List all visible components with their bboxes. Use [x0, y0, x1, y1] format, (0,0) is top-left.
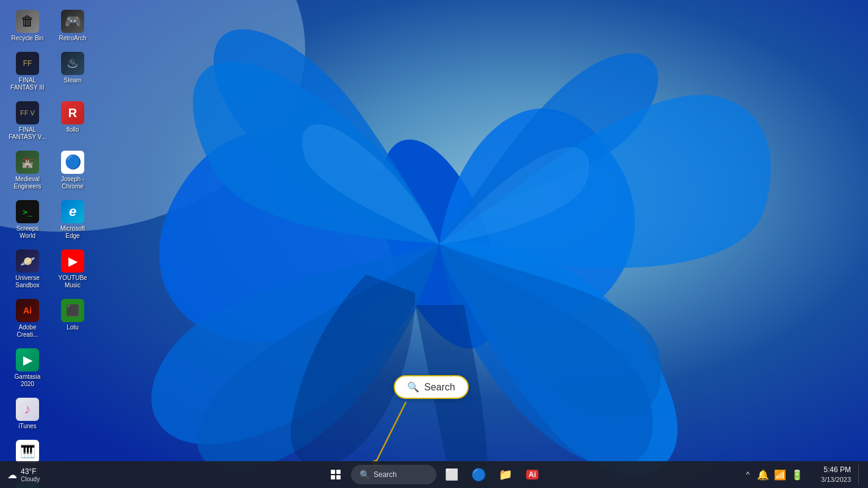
- taskbar: ☁ 43°F Cloudy 🔍 Search: [0, 461, 868, 488]
- gamtasia-label: Gamtasia 2020: [9, 373, 46, 388]
- desktop-icon-medieval-engineers[interactable]: 🏰 Medieval Engineers: [6, 147, 49, 194]
- desktop-icon-joseph-chrome[interactable]: 🔵 Joseph - Chrome: [51, 147, 94, 194]
- adobe-icon: Ai: [16, 299, 39, 322]
- system-clock[interactable]: 5:46 PM 3/13/2023: [808, 465, 851, 484]
- ms-edge-icon: e: [61, 200, 84, 223]
- desktop-icon-youtube-music[interactable]: ▶ YOUTUBe Music: [51, 246, 94, 293]
- clock-time: 5:46 PM: [808, 465, 851, 475]
- youtube-music-label: YOUTUBe Music: [54, 274, 92, 289]
- desktop-icon-adobe[interactable]: Ai Adobe Creati...: [6, 295, 49, 342]
- screeps-icon: >_: [16, 200, 39, 223]
- recycle-bin-label: Recycle Bin: [12, 35, 44, 42]
- icon-row-2: FF FINAL FANTASY III ♨ Steam: [6, 48, 94, 95]
- ff3-label: FINAL FANTASY III: [9, 77, 46, 92]
- callout-box: 🔍 Search: [394, 375, 469, 399]
- gamtasia-icon: ▶: [16, 348, 39, 371]
- weather-info: 43°F Cloudy: [21, 467, 40, 483]
- desktop-icon-screeps[interactable]: >_ Screeps World: [6, 196, 49, 243]
- ffv-label: FINAL FANTASY V...: [9, 126, 46, 141]
- taskbar-search-button[interactable]: 🔍 Search: [351, 465, 436, 484]
- desktop-icon-ms-edge[interactable]: e Microsoft Edge: [51, 196, 94, 243]
- desktop-icon-ffv[interactable]: FF V FINAL FANTASY V...: [6, 98, 49, 145]
- icon-row-6: 🪐 Universe Sandbox ▶ YOUTUBe Music: [6, 246, 94, 293]
- weather-widget[interactable]: ☁ 43°F Cloudy: [7, 467, 42, 483]
- desktop-icon-retroarch[interactable]: 🎮 RetroArch: [51, 6, 94, 46]
- show-desktop-button[interactable]: [858, 465, 861, 484]
- adobe-label: Adobe Creati...: [9, 324, 46, 339]
- taskbar-center: 🔍 Search ⬜ 🔵 📁 Ai: [324, 463, 544, 486]
- desktop-icon-lotu[interactable]: ⬛ Lotu: [51, 295, 94, 342]
- desktop: 🗑 Recycle Bin 🎮 RetroArch FF FINAL FANTA…: [0, 0, 868, 488]
- desktop-icon-flollo[interactable]: R flollo: [51, 98, 94, 145]
- taskbar-file-explorer-button[interactable]: 📁: [494, 463, 517, 486]
- start-button[interactable]: [324, 463, 347, 486]
- desktop-icon-recycle-bin[interactable]: 🗑 Recycle Bin: [6, 6, 49, 46]
- retroarch-label: RetroArch: [59, 35, 86, 42]
- icon-row-3: FF V FINAL FANTASY V... R flollo: [6, 98, 94, 145]
- ffv-icon: FF V: [16, 101, 39, 124]
- weather-temp: 43°F: [21, 467, 36, 476]
- steam-icon: ♨: [61, 52, 84, 75]
- chrome-icon: 🔵: [61, 151, 84, 174]
- callout-search-icon: 🔍: [407, 381, 419, 393]
- taskbar-adobe-button[interactable]: Ai: [521, 463, 544, 486]
- medieval-label: Medieval Engineers: [9, 176, 46, 190]
- clock-date: 3/13/2023: [808, 475, 851, 484]
- screeps-label: Screeps World: [9, 225, 46, 240]
- taskbar-chrome-button[interactable]: 🔵: [467, 463, 490, 486]
- universe-sandbox-label: Universe Sandbox: [9, 274, 46, 289]
- itunes-label: iTunes: [18, 423, 37, 430]
- desktop-icon-itunes[interactable]: ♪ iTunes: [6, 394, 49, 434]
- medieval-icon: 🏰: [16, 151, 39, 174]
- callout-container: 🔍 Search: [394, 375, 469, 399]
- taskbar-adobe-icon: Ai: [526, 470, 538, 479]
- joseph-chrome-label: Joseph - Chrome: [54, 176, 92, 190]
- itunes-icon: ♪: [16, 398, 39, 421]
- icon-row-8: ▶ Gamtasia 2020: [6, 345, 94, 392]
- recycle-bin-icon: 🗑: [16, 10, 39, 33]
- tray-overflow-button[interactable]: ^: [743, 468, 752, 481]
- battery-icon[interactable]: 🔋: [791, 469, 803, 481]
- ms-edge-label: Microsoft Edge: [54, 225, 92, 240]
- icon-row-5: >_ Screeps World e Microsoft Edge: [6, 196, 94, 243]
- steam-label: Steam: [64, 77, 82, 84]
- flollo-icon: R: [61, 101, 84, 124]
- desktop-icon-steam[interactable]: ♨ Steam: [51, 48, 94, 95]
- piano-icon: 🎹: [16, 440, 39, 463]
- icon-row-1: 🗑 Recycle Bin 🎮 RetroArch: [6, 6, 94, 46]
- lotu-icon: ⬛: [61, 299, 84, 322]
- flollo-label: flollo: [67, 126, 79, 134]
- desktop-icon-gamtasia[interactable]: ▶ Gamtasia 2020: [6, 345, 49, 392]
- lotu-label: Lotu: [67, 324, 78, 331]
- taskbar-search-label: Search: [374, 470, 397, 479]
- task-view-button[interactable]: ⬜: [440, 463, 463, 486]
- taskbar-file-explorer-icon: 📁: [499, 468, 512, 481]
- ff3-icon: FF: [16, 52, 39, 75]
- callout-label: Search: [424, 382, 455, 393]
- icon-row-4: 🏰 Medieval Engineers 🔵 Joseph - Chrome: [6, 147, 94, 194]
- icon-row-9: ♪ iTunes: [6, 394, 94, 434]
- desktop-icons: 🗑 Recycle Bin 🎮 RetroArch FF FINAL FANTA…: [6, 6, 94, 488]
- youtube-music-icon: ▶: [61, 249, 84, 273]
- universe-sandbox-icon: 🪐: [16, 249, 39, 273]
- notifications-icon[interactable]: 🔔: [757, 469, 769, 481]
- taskbar-search-icon: 🔍: [360, 470, 370, 479]
- wifi-icon[interactable]: 📶: [774, 469, 786, 481]
- weather-icon: ☁: [7, 469, 17, 481]
- icon-row-7: Ai Adobe Creati... ⬛ Lotu: [6, 295, 94, 342]
- desktop-icon-universe-sandbox[interactable]: 🪐 Universe Sandbox: [6, 246, 49, 293]
- desktop-icon-final-fantasy-iii[interactable]: FF FINAL FANTASY III: [6, 48, 49, 95]
- weather-condition: Cloudy: [21, 476, 40, 483]
- taskbar-chrome-icon: 🔵: [471, 467, 486, 482]
- task-view-icon: ⬜: [445, 468, 458, 481]
- windows-logo-icon: [331, 470, 341, 479]
- retroarch-icon: 🎮: [61, 10, 84, 33]
